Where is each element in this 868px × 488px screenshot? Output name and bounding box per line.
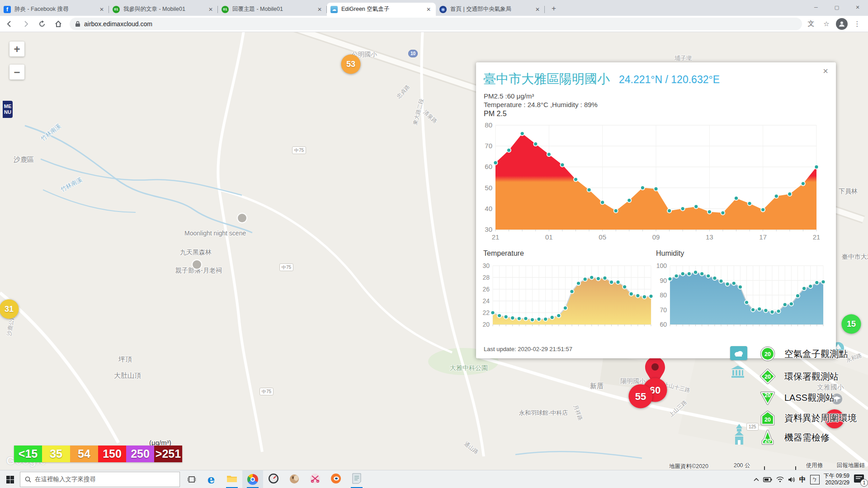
svg-text:21: 21 — [813, 233, 820, 241]
map-zoom-in-button[interactable]: + — [9, 42, 24, 56]
search-placeholder: 在這裡輸入文字來搜尋 — [35, 475, 96, 483]
road-badge: 中75 — [279, 263, 293, 271]
taskbar-app-button[interactable]: e — [201, 470, 222, 488]
tray-chevron-icon[interactable] — [754, 478, 759, 481]
weather-layer-button[interactable] — [730, 346, 747, 360]
taskbar-app-button[interactable] — [346, 470, 367, 488]
legend-item: 20 資料異於周圍環境 — [760, 410, 857, 426]
pm25-chart: 80706050403021010509131721 — [481, 121, 820, 245]
station-detail-panel: × 臺中市大雅區陽明國小 24.221°N / 120.632°E PM2.5 … — [476, 62, 836, 358]
new-tab-button[interactable]: + — [547, 2, 560, 15]
tab-close-icon[interactable]: ✕ — [98, 6, 105, 13]
svg-text:13: 13 — [706, 233, 713, 241]
svg-text:21: 21 — [492, 233, 500, 241]
road-badge: 10 — [408, 50, 418, 57]
cloud-icon — [734, 350, 744, 357]
back-button[interactable] — [3, 17, 16, 31]
tab-close-icon[interactable]: ✕ — [534, 6, 541, 13]
ime-mode-indicator[interactable]: ㄅ — [810, 475, 820, 484]
taskbar-app-button[interactable] — [284, 470, 305, 488]
road-badge: 中75 — [292, 146, 306, 154]
svg-text:20: 20 — [764, 438, 771, 444]
taskbar-app-button[interactable] — [242, 470, 263, 488]
volume-icon[interactable] — [788, 477, 795, 483]
app-icon — [310, 473, 321, 486]
battery-icon[interactable] — [763, 477, 772, 482]
window-minimize-button[interactable]: ─ — [806, 0, 826, 14]
map-place-label: 沙鹿區 — [14, 155, 34, 164]
avatar[interactable] — [835, 18, 848, 30]
tab-favicon — [113, 6, 120, 13]
taskbar-app-button[interactable] — [222, 470, 242, 488]
app-icon — [289, 473, 300, 486]
svg-text:60: 60 — [660, 321, 667, 328]
svg-text:20: 20 — [764, 417, 771, 423]
museum-icon — [731, 365, 745, 379]
panel-close-icon[interactable]: × — [821, 66, 830, 76]
search-icon — [25, 476, 31, 483]
legend-shape-icon: 20 — [760, 430, 775, 445]
tab-close-icon[interactable]: ✕ — [316, 6, 323, 13]
map-place-label: 埔子墘 — [675, 54, 692, 62]
svg-text:90: 90 — [660, 277, 667, 284]
aqi-marker[interactable]: 55 — [629, 385, 653, 408]
browser-tab[interactable]: 首頁 | 交通部中央氣象局 ✕ — [436, 3, 545, 16]
map-zoom-out-button[interactable]: − — [9, 65, 24, 80]
app-icon: e — [208, 473, 215, 486]
aqi-marker[interactable]: 53 — [341, 55, 361, 74]
wifi-icon[interactable] — [776, 477, 784, 483]
svg-text:70: 70 — [660, 306, 667, 314]
aqi-marker[interactable]: 31 — [0, 300, 19, 319]
scale-segment: <15 — [14, 446, 42, 462]
scale-segment: 54 — [70, 446, 98, 462]
browser-tab[interactable]: 我參與的文章 - Mobile01 ✕ — [109, 3, 218, 16]
taskbar-search-input[interactable]: 在這裡輸入文字來搜尋 — [20, 472, 180, 487]
map-place-label: 大雅中科公園 — [450, 364, 488, 372]
task-view-button[interactable] — [183, 470, 201, 488]
browser-menu-icon[interactable]: ⋮ — [851, 18, 863, 30]
url-text: airbox.edimaxcloud.com — [84, 20, 152, 28]
translate-icon[interactable]: 文 — [805, 18, 817, 30]
browser-tab[interactable]: 回覆主題 - Mobile01 ✕ — [218, 3, 327, 16]
window-maximize-button[interactable]: ▢ — [826, 0, 847, 14]
app-icon — [330, 473, 341, 486]
tab-close-icon[interactable]: ✕ — [425, 6, 432, 13]
app-icon — [268, 473, 279, 486]
svg-text:20: 20 — [764, 374, 771, 380]
address-bar[interactable]: airbox.edimaxcloud.com — [70, 18, 802, 30]
poi-dot-icon[interactable] — [237, 213, 247, 223]
road-badge: 125 — [746, 423, 759, 431]
notification-center-button[interactable]: 1 — [854, 474, 865, 485]
taskbar-clock[interactable]: 下午 09:59 2020/2/29 — [824, 473, 849, 486]
window-close-button[interactable]: ✕ — [847, 0, 868, 14]
scale-segment: 35 — [42, 446, 70, 462]
browser-tab[interactable]: EdiGreen 空氣盒子 ✕ — [327, 3, 436, 16]
taskbar-app-button[interactable] — [326, 470, 346, 488]
aqi-marker[interactable]: 15 — [842, 314, 861, 334]
poi-dot-icon[interactable] — [192, 259, 202, 270]
scale-segment: >251 — [154, 446, 182, 462]
legend-item-label: 資料異於周圍環境 — [784, 412, 857, 424]
pm25-current-value: PM2.5 :60 μg/m³ — [484, 92, 534, 100]
home-button[interactable] — [52, 17, 65, 31]
taskbar-app-button[interactable] — [263, 470, 284, 488]
bookmark-star-icon[interactable]: ☆ — [820, 18, 833, 30]
legend-shape-icon: 20 — [760, 369, 775, 384]
start-button[interactable] — [0, 470, 20, 488]
tab-favicon — [330, 6, 338, 13]
svg-text:26: 26 — [482, 286, 490, 293]
browser-tab[interactable]: 肺炎 - Facebook 搜尋 ✕ — [0, 3, 109, 16]
reload-button[interactable] — [35, 17, 49, 31]
panel-title-row: 臺中市大雅區陽明國小 24.221°N / 120.632°E — [483, 70, 720, 88]
ime-language-indicator[interactable]: 中 — [799, 475, 806, 484]
tab-favicon — [222, 6, 229, 13]
tab-close-icon[interactable]: ✕ — [207, 6, 214, 13]
menu-drawer-tab[interactable]: MENU — [3, 101, 13, 118]
svg-text:80: 80 — [485, 121, 492, 129]
forward-button[interactable] — [19, 17, 33, 31]
map-place-label: 大肚山頂 — [114, 371, 141, 380]
svg-text:100: 100 — [656, 262, 667, 269]
svg-text:01: 01 — [545, 233, 553, 241]
taskbar-app-button[interactable] — [305, 470, 326, 488]
temp-humidity-current: Temperature : 24.8°C ,Humidity : 89% — [484, 101, 598, 108]
